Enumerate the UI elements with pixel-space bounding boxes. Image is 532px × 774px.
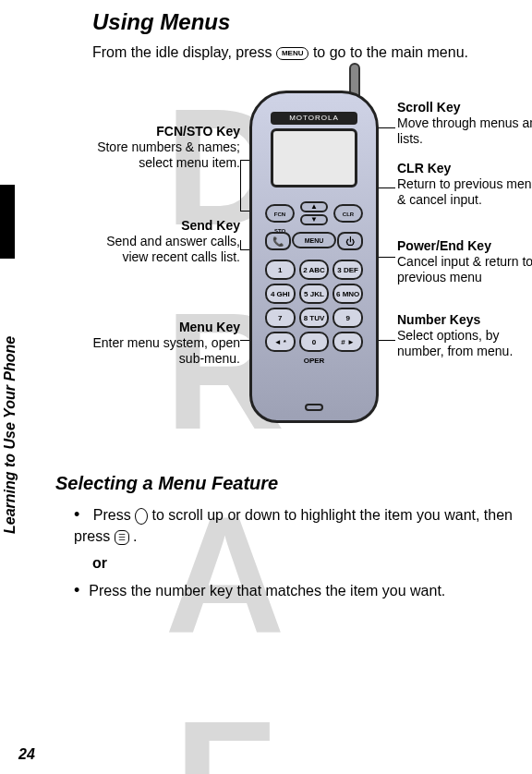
callout-menu-desc: Enter menu system, open sub-menu. <box>92 335 240 367</box>
keypad: 1 2 ABC 3 DEF 4 GHI 5 JKL 6 MNO 7 PQRS 8… <box>265 260 363 352</box>
scroll-up-icon: ▲ <box>300 201 328 212</box>
key-6: 6 MNO <box>332 284 363 304</box>
fcn-key-icon: ☰ <box>115 530 129 546</box>
key-2: 2 ABC <box>299 260 330 280</box>
callout-scroll: Scroll Key Move through menus and lists. <box>397 100 532 146</box>
callout-clr-desc: Return to previous menu & cancel input. <box>397 176 532 208</box>
intro-paragraph: From the idle display, press MENU to go … <box>92 44 514 61</box>
callout-power-desc: Cancel input & return to previous menu <box>397 254 532 285</box>
phone-nav-row: FCNSTO ▲ ▼ CLR <box>265 200 363 226</box>
instruction-list: Press to scroll up or down to highlight … <box>74 503 514 548</box>
heading-using-menus: Using Menus <box>92 9 514 35</box>
callout-clr-title: CLR Key <box>397 161 532 176</box>
key-8: 8 TUV <box>299 308 330 328</box>
callout-power: Power/End Key Cancel input & return to p… <box>397 238 532 284</box>
callout-fcn: FCN/STO Key Store numbers & names; selec… <box>92 124 240 170</box>
scroll-key: ▲ ▼ <box>300 201 328 225</box>
callout-clr: CLR Key Return to previous menu & cancel… <box>397 161 532 207</box>
callout-number-desc: Select options, by number, from menu. <box>397 328 532 359</box>
key-9: 9 WXYZ <box>332 308 363 328</box>
callout-scroll-desc: Move through menus and lists. <box>397 115 532 147</box>
step1-text-a: Press <box>93 507 135 523</box>
instruction-list-2: Press the number key that matches the it… <box>74 579 514 602</box>
page-number: 24 <box>18 746 35 763</box>
callout-menu: Menu Key Enter menu system, open sub-men… <box>92 320 240 366</box>
key-5: 5 JKL <box>299 284 330 304</box>
scroll-key-icon <box>135 508 148 525</box>
clr-key: CLR <box>333 204 363 223</box>
step1-text-c: . <box>133 528 137 544</box>
connector-line <box>240 240 241 249</box>
fcn-sto-key: FCNSTO <box>265 204 295 223</box>
key-hash: # ► <box>332 332 363 352</box>
menu-key: MENU <box>292 232 336 248</box>
instruction-step-2: Press the number key that matches the it… <box>74 579 514 602</box>
phone-diagram: FCN/STO Key Store numbers & names; selec… <box>92 72 514 460</box>
key-1: 1 <box>265 260 296 280</box>
callout-send-title: Send Key <box>92 218 240 234</box>
phone-screen <box>271 128 357 187</box>
intro-text-1: From the idle display, press <box>92 44 276 60</box>
key-3: 3 DEF <box>332 260 363 280</box>
phone-brand: MOTOROLA <box>271 112 357 125</box>
callout-fcn-title: FCN/STO Key <box>92 124 240 139</box>
callout-power-title: Power/End Key <box>397 238 532 254</box>
softkey-row: 📞 MENU ⏻ <box>265 232 363 254</box>
intro-text-2: to go to the main menu. <box>313 44 468 60</box>
scroll-down-icon: ▼ <box>300 214 328 225</box>
phone-body: MOTOROLA FCNSTO ▲ ▼ CLR 📞 MENU ⏻ 1 <box>249 91 379 423</box>
instruction-step-1: Press to scroll up or down to highlight … <box>74 503 514 548</box>
callout-fcn-desc: Store numbers & names; select menu item. <box>92 139 240 171</box>
phone-illustration: MOTOROLA FCNSTO ▲ ▼ CLR 📞 MENU ⏻ 1 <box>249 91 379 423</box>
connector-line <box>240 160 241 211</box>
key-4: 4 GHI <box>265 284 296 304</box>
menu-key-icon: MENU <box>276 47 309 60</box>
callout-number-title: Number Keys <box>397 312 532 328</box>
power-end-key: ⏻ <box>337 232 363 250</box>
callout-scroll-title: Scroll Key <box>397 100 532 115</box>
callout-menu-title: Menu Key <box>92 320 240 335</box>
callout-send: Send Key Send and answer calls, view rec… <box>92 218 240 264</box>
or-separator: or <box>92 555 514 572</box>
heading-selecting-feature: Selecting a Menu Feature <box>55 473 514 494</box>
key-7: 7 PQRS <box>265 308 296 328</box>
phone-mic <box>305 404 323 411</box>
send-key: 📞 <box>265 232 291 250</box>
key-0: 0 OPER <box>299 332 330 352</box>
callout-send-desc: Send and answer calls, view recent calls… <box>92 234 240 265</box>
callout-number: Number Keys Select options, by number, f… <box>397 312 532 358</box>
key-star: ◄ * <box>265 332 296 352</box>
